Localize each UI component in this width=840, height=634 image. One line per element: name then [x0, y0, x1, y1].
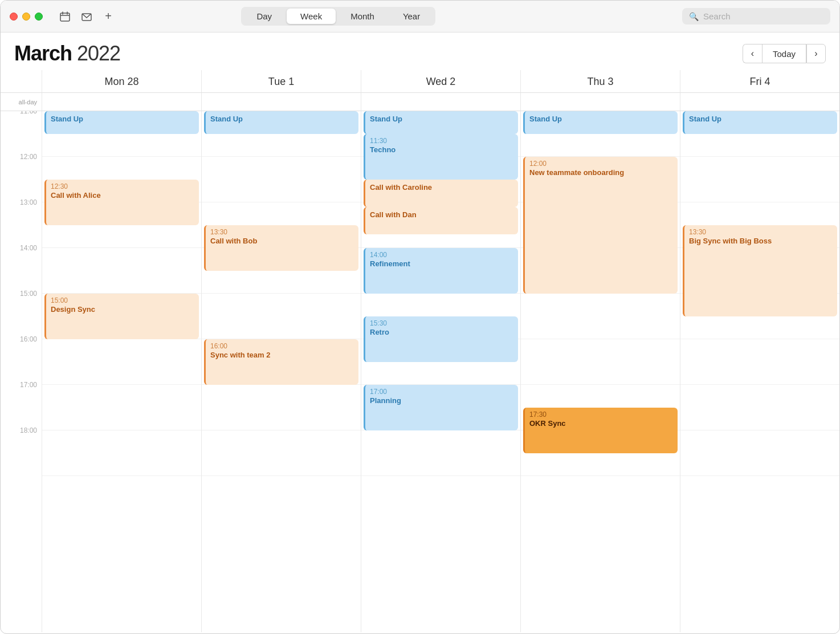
event-sync-team2[interactable]: 16:00Sync with team 2: [204, 339, 358, 385]
day-header-thu: Thu 3: [520, 70, 680, 92]
time-label: 16:00: [20, 335, 37, 343]
time-slot: 17:00: [1, 385, 42, 430]
allday-cell-thu[interactable]: [520, 93, 680, 111]
view-month-button[interactable]: Month: [337, 9, 388, 24]
event-title: OKR Sync: [529, 419, 673, 428]
event-call-alice[interactable]: 12:30Call with Alice: [44, 180, 199, 225]
event-time: 15:30: [370, 319, 513, 327]
maximize-button[interactable]: [35, 13, 43, 21]
today-button[interactable]: Today: [762, 44, 806, 63]
event-title: Refinement: [370, 259, 513, 268]
event-time: 13:30: [689, 228, 833, 236]
hour-line: [680, 339, 839, 385]
event-standup-mon[interactable]: Stand Up: [44, 111, 199, 134]
hour-line: [361, 430, 520, 476]
event-time: 17:30: [529, 411, 673, 418]
day-col-mon[interactable]: Stand Up12:30Call with Alice15:00Design …: [42, 111, 201, 632]
event-title: Call with Alice: [51, 191, 194, 200]
event-time: 12:30: [51, 182, 194, 190]
day-header-mon: Mon 28: [42, 70, 201, 92]
event-title: Stand Up: [51, 115, 194, 123]
allday-cell-tue[interactable]: [201, 93, 361, 111]
event-time: 14:00: [370, 251, 513, 259]
close-button[interactable]: [10, 13, 18, 21]
event-title: Planning: [370, 396, 513, 405]
hour-line: [521, 294, 680, 339]
event-title: Call with Bob: [210, 237, 354, 245]
hour-line: [202, 157, 361, 202]
event-planning[interactable]: 17:00Planning: [364, 385, 518, 430]
day-header-fri: Fri 4: [680, 70, 839, 92]
event-time: 15:00: [51, 296, 194, 304]
day-headers: Mon 28 Tue 1 Wed 2 Thu 3 Fri 4: [1, 70, 839, 93]
calendar-icon[interactable]: [59, 10, 71, 23]
event-title: Big Sync with Big Boss: [689, 237, 833, 245]
event-title: Retro: [370, 328, 513, 336]
event-call-dan[interactable]: Call with Dan: [364, 207, 518, 234]
view-day-button[interactable]: Day: [243, 9, 286, 24]
event-time: 12:00: [529, 160, 673, 168]
view-year-button[interactable]: Year: [389, 9, 434, 24]
event-time: 11:30: [370, 137, 513, 145]
hour-line: [202, 294, 361, 339]
event-design-sync[interactable]: 15:00Design Sync: [44, 294, 199, 339]
time-label: 11:00: [20, 111, 37, 115]
time-label: 14:00: [20, 244, 37, 252]
add-icon[interactable]: +: [102, 10, 115, 23]
hour-line: [202, 385, 361, 430]
event-title: Call with Dan: [370, 210, 513, 219]
calendar-header: March 2022 ‹ Today ›: [1, 32, 839, 70]
view-week-button[interactable]: Week: [287, 9, 336, 24]
event-standup-thu[interactable]: Stand Up: [523, 111, 678, 134]
event-retro[interactable]: 15:30Retro: [364, 316, 518, 362]
prev-button[interactable]: ‹: [743, 44, 762, 63]
nav-controls: ‹ Today ›: [743, 44, 826, 63]
inbox-icon[interactable]: [80, 10, 93, 23]
event-new-teammate[interactable]: 12:00New teammate onboarding: [523, 157, 678, 294]
time-slot: 16:00: [1, 339, 42, 385]
hour-line: [42, 248, 201, 294]
time-label: 12:00: [20, 153, 37, 161]
minimize-button[interactable]: [22, 13, 30, 21]
time-slot: 12:00: [1, 157, 42, 202]
time-slot: 13:00: [1, 202, 42, 248]
event-standup-fri[interactable]: Stand Up: [683, 111, 837, 134]
event-title: New teammate onboarding: [529, 168, 673, 177]
event-big-sync[interactable]: 13:30Big Sync with Big Boss: [683, 225, 837, 316]
time-label: 18:00: [20, 426, 37, 434]
event-title: Stand Up: [370, 115, 513, 123]
search-icon: 🔍: [689, 12, 699, 21]
event-standup-tue[interactable]: Stand Up: [204, 111, 358, 134]
search-bar: 🔍: [682, 8, 830, 25]
event-time: 13:30: [210, 228, 354, 236]
event-call-bob[interactable]: 13:30Call with Bob: [204, 225, 358, 271]
next-button[interactable]: ›: [806, 44, 826, 63]
day-col-thu[interactable]: Stand Up12:00New teammate onboarding17:3…: [520, 111, 680, 632]
titlebar-icons: +: [59, 10, 115, 23]
calendar-container: Mon 28 Tue 1 Wed 2 Thu 3 Fri 4 all-day 1…: [1, 70, 839, 632]
event-title: Techno: [370, 145, 513, 154]
event-refinement[interactable]: 14:00Refinement: [364, 248, 518, 294]
day-col-tue[interactable]: Stand Up13:30Call with Bob16:00Sync with…: [201, 111, 361, 632]
day-header-wed: Wed 2: [361, 70, 520, 92]
hour-line: [42, 430, 201, 476]
day-col-wed[interactable]: Stand Up11:30TechnoCall with CarolineCal…: [361, 111, 520, 632]
event-title: Call with Caroline: [370, 183, 513, 192]
allday-cell-wed[interactable]: [361, 93, 520, 111]
month-title: March 2022: [14, 42, 120, 66]
event-standup-wed[interactable]: Stand Up: [364, 111, 518, 134]
time-slot: 11:00: [1, 111, 42, 157]
day-col-fri[interactable]: Stand Up13:30Big Sync with Big Boss: [680, 111, 839, 632]
event-call-caroline[interactable]: Call with Caroline: [364, 180, 518, 207]
titlebar: + Day Week Month Year 🔍: [1, 1, 839, 32]
event-techno[interactable]: 11:30Techno: [364, 134, 518, 180]
event-okr-sync[interactable]: 17:30OKR Sync: [523, 408, 678, 453]
event-title: Stand Up: [689, 115, 833, 123]
time-label: 17:00: [20, 381, 37, 389]
event-title: Design Sync: [51, 305, 194, 314]
event-title: Stand Up: [210, 115, 354, 123]
allday-cell-fri[interactable]: [680, 93, 839, 111]
event-time: 17:00: [370, 388, 513, 396]
search-input[interactable]: [703, 11, 823, 21]
allday-cell-mon[interactable]: [42, 93, 201, 111]
